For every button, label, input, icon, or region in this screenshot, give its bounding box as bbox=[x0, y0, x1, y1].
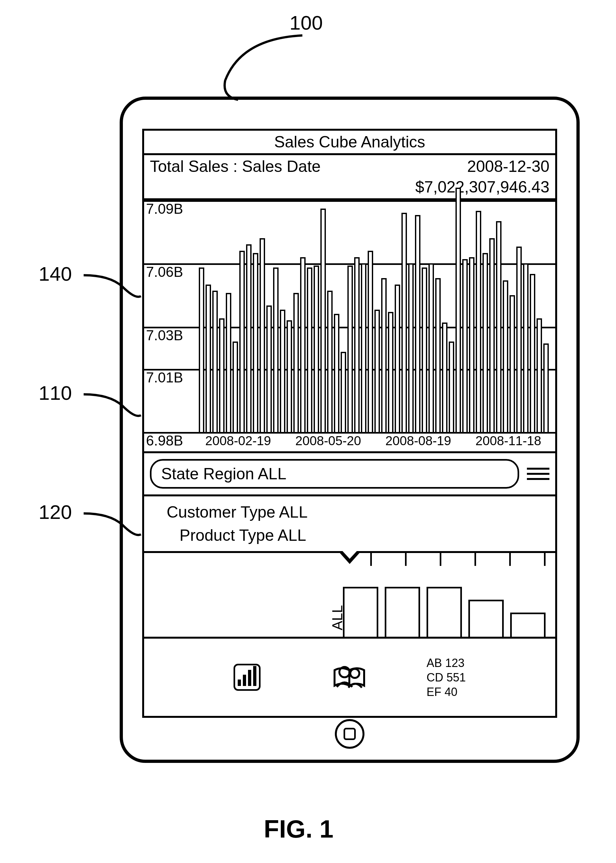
bar[interactable] bbox=[530, 274, 535, 432]
bar[interactable] bbox=[300, 257, 306, 432]
bar[interactable] bbox=[449, 342, 454, 432]
secondary-filter[interactable]: Customer Type ALL bbox=[167, 503, 545, 521]
bar[interactable] bbox=[469, 257, 475, 432]
bar[interactable] bbox=[307, 268, 312, 432]
bar[interactable] bbox=[401, 213, 407, 432]
bar[interactable] bbox=[239, 251, 245, 432]
bar[interactable] bbox=[246, 244, 251, 432]
bar[interactable] bbox=[293, 293, 299, 432]
home-button[interactable] bbox=[335, 719, 365, 749]
bar[interactable] bbox=[482, 253, 488, 432]
chart-icon[interactable] bbox=[234, 664, 261, 691]
state-region-filter[interactable]: State Region ALL bbox=[150, 459, 519, 489]
kv-row: EF 40 bbox=[427, 685, 466, 699]
bar[interactable] bbox=[543, 343, 549, 432]
bar[interactable] bbox=[266, 306, 272, 432]
kv-row: CD 551 bbox=[427, 670, 466, 685]
y-tick: 7.01B bbox=[146, 370, 183, 386]
bar[interactable] bbox=[361, 263, 366, 432]
bar[interactable] bbox=[206, 285, 211, 432]
bar[interactable] bbox=[415, 215, 420, 432]
menu-icon[interactable] bbox=[527, 468, 549, 480]
tablet-device: Sales Cube Analytics Total Sales : Sales… bbox=[119, 96, 580, 763]
metric-value: $7,022,307,946.43 bbox=[150, 178, 549, 196]
bar[interactable] bbox=[253, 253, 258, 432]
metric-label: Total Sales : Sales Date bbox=[150, 157, 321, 176]
app-screen: Sales Cube Analytics Total Sales : Sales… bbox=[142, 129, 557, 718]
bar[interactable] bbox=[509, 295, 515, 432]
x-tick: 2008-11-18 bbox=[475, 434, 541, 448]
toolbar-kv: AB 123CD 551EF 40 bbox=[427, 656, 466, 699]
mini-chart[interactable]: ALL bbox=[144, 553, 555, 639]
bar[interactable] bbox=[422, 268, 427, 432]
bar[interactable] bbox=[395, 285, 400, 432]
bar[interactable] bbox=[374, 310, 380, 432]
y-tick: 7.09B bbox=[146, 201, 183, 217]
main-chart[interactable]: 7.09B7.06B7.03B7.01B6.98B2008-02-192008-… bbox=[144, 200, 555, 453]
bar[interactable] bbox=[442, 323, 448, 432]
bar[interactable] bbox=[314, 266, 319, 432]
bar[interactable] bbox=[354, 257, 360, 432]
bar[interactable] bbox=[496, 221, 501, 432]
bar[interactable] bbox=[462, 259, 468, 432]
bar[interactable] bbox=[408, 263, 414, 432]
bar[interactable] bbox=[280, 310, 285, 432]
x-tick: 2008-08-19 bbox=[385, 434, 451, 448]
bar[interactable] bbox=[287, 320, 292, 432]
bar[interactable] bbox=[456, 187, 461, 432]
bar[interactable] bbox=[334, 314, 339, 432]
bar[interactable] bbox=[273, 268, 278, 432]
bar[interactable] bbox=[381, 278, 387, 432]
y-tick: 7.03B bbox=[146, 328, 183, 343]
subheader: Total Sales : Sales Date 2008-12-30 $7,0… bbox=[144, 155, 555, 200]
bar[interactable] bbox=[476, 211, 481, 432]
bar[interactable] bbox=[212, 291, 218, 432]
bar[interactable] bbox=[321, 209, 326, 432]
bottom-toolbar: AB 123CD 551EF 40 bbox=[144, 639, 555, 716]
mini-bars bbox=[343, 587, 545, 637]
secondary-filter[interactable]: Product Type ALL bbox=[179, 526, 545, 545]
bar[interactable] bbox=[341, 352, 346, 432]
selected-date: 2008-12-30 bbox=[467, 157, 549, 176]
bar[interactable] bbox=[233, 342, 238, 432]
bar[interactable] bbox=[429, 263, 434, 432]
bar[interactable] bbox=[259, 238, 265, 432]
kv-row: AB 123 bbox=[427, 656, 466, 670]
bar[interactable] bbox=[523, 263, 528, 432]
book-icon[interactable] bbox=[332, 665, 367, 690]
bar[interactable] bbox=[489, 238, 495, 432]
app-title: Sales Cube Analytics bbox=[144, 131, 555, 155]
y-tick: 6.98B bbox=[146, 433, 183, 449]
bar[interactable] bbox=[516, 247, 522, 432]
x-tick: 2008-02-19 bbox=[205, 434, 271, 448]
y-tick: 7.06B bbox=[146, 264, 183, 280]
bar[interactable] bbox=[347, 266, 353, 432]
chevron-down-icon bbox=[339, 552, 361, 564]
x-tick: 2008-05-20 bbox=[295, 434, 361, 448]
primary-filter-row: State Region ALL bbox=[144, 453, 555, 496]
bar[interactable] bbox=[219, 318, 225, 432]
bar[interactable] bbox=[327, 291, 333, 432]
bar[interactable] bbox=[199, 268, 204, 432]
bar[interactable] bbox=[537, 318, 542, 432]
bar[interactable] bbox=[226, 293, 231, 432]
bar[interactable] bbox=[503, 280, 508, 432]
bar[interactable] bbox=[368, 251, 373, 432]
secondary-filters: Customer Type ALLProduct Type ALL bbox=[144, 496, 555, 553]
bar[interactable] bbox=[435, 278, 441, 432]
mini-ticks bbox=[370, 553, 545, 566]
bar[interactable] bbox=[388, 312, 393, 432]
